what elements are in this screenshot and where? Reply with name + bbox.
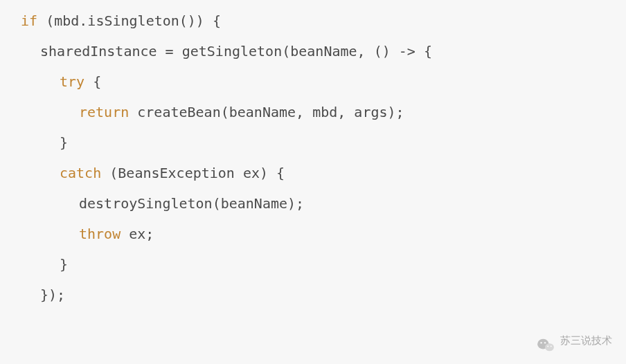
code-text: } — [60, 134, 68, 151]
code-text: }); — [40, 286, 65, 303]
keyword-catch: catch — [60, 165, 101, 181]
watermark-text: 苏三说技术 — [560, 329, 612, 352]
svg-point-3 — [545, 343, 554, 351]
code-text: ex; — [120, 226, 154, 242]
keyword-return: return — [79, 104, 129, 120]
code-line: } — [21, 249, 605, 280]
code-line: destroySingleton(beanName); — [21, 188, 605, 219]
keyword-throw: throw — [79, 226, 120, 242]
code-text: (BeansException ex) { — [101, 165, 285, 181]
code-line: return createBean(beanName, mbd, args); — [21, 97, 605, 127]
code-text: destroySingleton(beanName); — [79, 195, 304, 212]
code-block: if (mbd.isSingleton()) { sharedInstance … — [0, 0, 626, 316]
wechat-icon — [537, 333, 555, 348]
code-line: catch (BeansException ex) { — [21, 158, 605, 188]
svg-point-4 — [547, 345, 548, 347]
code-text: } — [60, 256, 68, 273]
svg-point-1 — [540, 342, 542, 343]
code-text: createBean(beanName, mbd, args); — [129, 104, 404, 120]
code-text: { — [84, 73, 101, 90]
svg-point-2 — [544, 342, 546, 343]
code-text: sharedInstance = getSingleton(beanName, … — [40, 43, 432, 60]
keyword-if: if — [21, 12, 37, 29]
code-line: try { — [21, 66, 605, 97]
code-line: sharedInstance = getSingleton(beanName, … — [21, 36, 605, 66]
code-line: }); — [21, 280, 605, 310]
watermark: 苏三说技术 — [537, 329, 612, 352]
code-text: (mbd.isSingleton()) { — [37, 12, 221, 29]
code-line: } — [21, 127, 605, 158]
code-line: if (mbd.isSingleton()) { — [21, 6, 605, 36]
svg-point-5 — [551, 345, 552, 347]
keyword-try: try — [60, 73, 84, 90]
code-line: throw ex; — [21, 219, 605, 249]
